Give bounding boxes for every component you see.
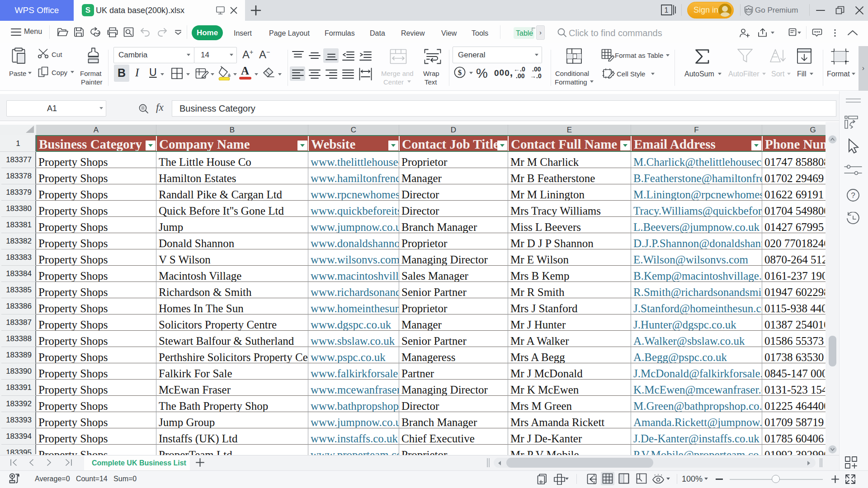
svg-text:$: $ <box>458 68 462 77</box>
svg-text:1: 1 <box>665 6 669 14</box>
svg-text:?: ? <box>851 191 855 200</box>
